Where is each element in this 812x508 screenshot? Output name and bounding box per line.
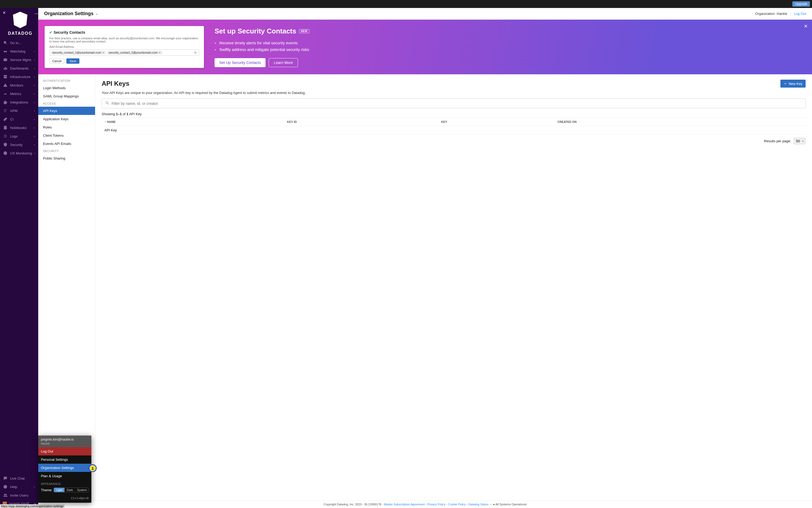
nav-close-icon[interactable]: ✕ [3, 11, 6, 15]
col-name[interactable]: ↑NAME [102, 118, 284, 126]
svg-point-24 [5, 488, 6, 488]
clear-all-icon[interactable]: ⊗ [193, 51, 198, 54]
nav-label: Dashboards [10, 66, 29, 70]
chip-remove-icon[interactable]: ✕ [159, 51, 161, 54]
users-icon [3, 493, 7, 497]
page-title-text: Organization Settings [44, 11, 93, 16]
settings-application-keys[interactable]: Application Keys [38, 115, 95, 123]
theme-light[interactable]: Light [54, 488, 65, 492]
user-menu-plan[interactable]: Plan & Usage [38, 472, 91, 480]
gauge-icon [3, 92, 7, 96]
table-row[interactable]: API Key [102, 126, 806, 135]
svg-rect-15 [4, 126, 6, 129]
row-keyid [284, 126, 438, 135]
svg-point-25 [4, 494, 5, 495]
user-menu-personal[interactable]: Personal Settings [38, 456, 91, 464]
status-dot-icon: ● [493, 503, 495, 506]
nav-collapse-icon[interactable]: — [35, 11, 40, 16]
settings-api-keys[interactable]: API Keys [38, 107, 95, 115]
nav-watchdog[interactable]: Watchdog▸ [0, 47, 38, 55]
theme-toggle[interactable]: Light Dark System [54, 488, 89, 492]
nav-help[interactable]: Help▸ [0, 482, 38, 491]
nav-live-chat[interactable]: Live Chat [0, 474, 38, 482]
settings-events-api-emails[interactable]: Events API Emails [38, 140, 95, 148]
help-icon [3, 484, 7, 489]
nav-infrastructure[interactable]: Infrastructure▸ [0, 73, 38, 81]
nav-label: UX Monitoring [10, 151, 32, 155]
nav-monitors[interactable]: Monitors▸ [0, 81, 38, 89]
filter-box[interactable] [102, 98, 806, 108]
nav-goto[interactable]: Go to... [0, 39, 38, 47]
col-created[interactable]: CREATED ON [555, 118, 806, 126]
chevron-right-icon: ▸ [34, 59, 35, 61]
chevron-right-icon: ▸ [34, 93, 35, 95]
api-keys-table: ↑NAME KEY ID KEY CREATED ON API Key [102, 118, 806, 135]
settings-main: API Keys ＋ New Key Your API Keys are uni… [95, 74, 812, 500]
nav-service-mgmt[interactable]: Service Mgmt▸ [0, 55, 38, 64]
pager: Results per page: 50 [102, 138, 806, 144]
per-page-select[interactable]: 50 [794, 138, 806, 144]
chevron-right-icon: ▸ [34, 76, 35, 78]
col-key-id[interactable]: KEY ID [284, 118, 438, 126]
top-bar: Upgrade [0, 0, 812, 8]
banner-close-icon[interactable]: ✕ [804, 24, 808, 29]
svg-point-27 [106, 102, 108, 104]
upgrade-button[interactable]: Upgrade [793, 1, 810, 7]
nav-metrics[interactable]: Metrics▸ [0, 89, 38, 98]
settings-saml-mappings[interactable]: SAML Group Mappings [38, 92, 95, 100]
chip-remove-icon[interactable]: ✕ [102, 51, 104, 54]
nav-security[interactable]: Security▸ [0, 140, 38, 149]
filter-input[interactable] [112, 101, 802, 105]
settings-public-sharing[interactable]: Public Sharing [38, 154, 95, 162]
settings-roles[interactable]: Roles [38, 123, 95, 131]
new-badge: NEW [299, 29, 309, 33]
nav-label: Service Mgmt [10, 58, 31, 62]
api-keys-desc: Your API Keys are unique to your organiz… [102, 91, 806, 95]
link-status[interactable]: Datadog Status [469, 503, 489, 506]
divider [790, 12, 791, 16]
col-key[interactable]: KEY [438, 118, 555, 126]
card-title: ✔ Security Contacts [49, 30, 199, 35]
nav-ux-monitoring[interactable]: UX Monitoring▸ [0, 149, 38, 157]
datadog-logo: DATADOG [8, 11, 33, 36]
link-msa[interactable]: Master Subscription Agreement [384, 503, 424, 506]
nav-ci[interactable]: CI▸ [0, 115, 38, 123]
cancel-button[interactable]: Cancel [49, 58, 64, 64]
status-url: https://app.datadoghq.com/organization-s… [0, 504, 65, 508]
chevron-right-icon: ▸ [34, 101, 35, 103]
nav-dashboards[interactable]: Dashboards▸ [0, 64, 38, 73]
settings-login-methods[interactable]: Login Methods [38, 84, 95, 92]
sort-up-icon: ↑ [104, 120, 106, 124]
nav-logs[interactable]: Logs▸ [0, 132, 38, 140]
svg-rect-10 [4, 77, 7, 78]
footer: Copyright Datadog, Inc. 2023 - 35.233001… [38, 500, 812, 508]
new-key-button[interactable]: ＋ New Key [780, 80, 806, 88]
nav-apm[interactable]: APM▸ [0, 107, 38, 115]
user-menu-logout[interactable]: Log Out [38, 447, 91, 456]
user-menu: jongmin.kim@hackle.io Hackle Log Out Per… [38, 435, 91, 503]
page-title[interactable]: Organization Settings ⌄ [44, 11, 98, 16]
nav-label: Invite Users [10, 494, 29, 497]
setup-security-button[interactable]: Set Up Security Contacts [214, 58, 266, 67]
save-button[interactable]: Save [67, 58, 79, 64]
chevron-right-icon: ▸ [34, 84, 35, 87]
settings-client-tokens[interactable]: Client Tokens [38, 131, 95, 140]
chevron-right-icon: ▸ [34, 50, 35, 52]
status-text: All Systems Operational [495, 503, 527, 506]
link-privacy[interactable]: Privacy Policy [427, 503, 445, 506]
link-cookie[interactable]: Cookie Policy [448, 503, 466, 506]
user-menu-org-settings[interactable]: Organization Settings [38, 464, 91, 472]
nav-invite-users[interactable]: Invite Users [0, 491, 38, 500]
email-chip-input[interactable]: security_contact_1@yourdomain.com✕ secur… [49, 49, 199, 56]
logout-link[interactable]: Log Out [794, 12, 806, 16]
theme-system[interactable]: System [75, 488, 89, 492]
learn-more-button[interactable]: Learn More [269, 58, 298, 67]
theme-dark[interactable]: Dark [65, 488, 75, 492]
nav-integrations[interactable]: Integrations▸ [0, 98, 38, 107]
security-banner: ✕ ✔ Security Contacts For best practice,… [38, 19, 812, 74]
chart-icon [3, 66, 7, 70]
shield-icon [3, 142, 7, 147]
nav-notebooks[interactable]: Notebooks▸ [0, 123, 38, 132]
row-created [555, 126, 806, 135]
chevron-right-icon: ▸ [34, 143, 35, 146]
